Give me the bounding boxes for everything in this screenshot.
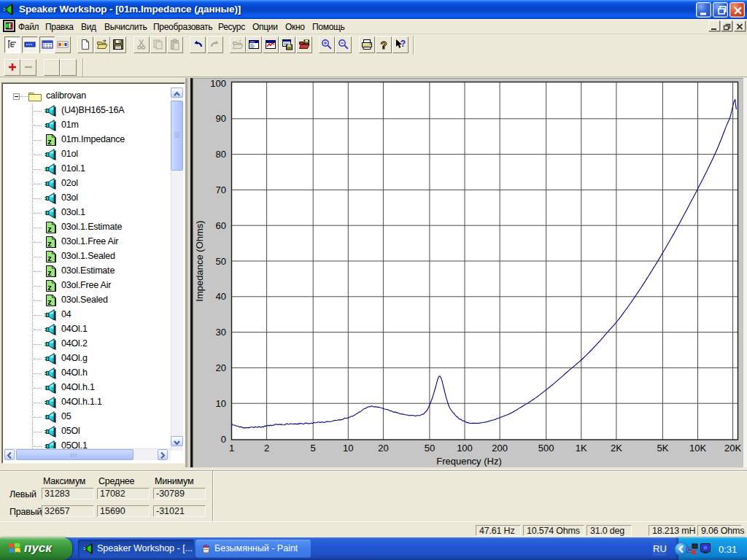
svg-text:100: 100 bbox=[210, 79, 226, 89]
svg-text:2: 2 bbox=[264, 443, 269, 454]
svg-text:500: 500 bbox=[538, 443, 554, 454]
svg-text:60: 60 bbox=[216, 220, 226, 231]
svg-text:90: 90 bbox=[216, 113, 226, 124]
svg-text:40: 40 bbox=[216, 291, 226, 302]
svg-text:70: 70 bbox=[216, 184, 226, 195]
svg-text:10K: 10K bbox=[689, 443, 706, 454]
svg-text:5K: 5K bbox=[657, 443, 668, 454]
svg-text:1: 1 bbox=[229, 443, 234, 454]
svg-text:50: 50 bbox=[425, 443, 435, 454]
svg-text:80: 80 bbox=[216, 149, 226, 160]
svg-text:Frequency (Hz): Frequency (Hz) bbox=[436, 456, 502, 467]
svg-text:5: 5 bbox=[311, 443, 316, 454]
svg-text:10: 10 bbox=[343, 443, 353, 454]
svg-text:10: 10 bbox=[216, 398, 226, 409]
svg-text:?: ? bbox=[380, 39, 387, 50]
svg-text:100: 100 bbox=[457, 443, 473, 454]
svg-text:30: 30 bbox=[216, 327, 226, 338]
svg-text:?: ? bbox=[400, 39, 405, 49]
svg-text:Impedance (Ohms): Impedance (Ohms) bbox=[194, 220, 205, 301]
svg-text:20: 20 bbox=[378, 443, 388, 454]
svg-text:200: 200 bbox=[492, 443, 508, 454]
svg-text:50: 50 bbox=[216, 256, 226, 267]
svg-text:0: 0 bbox=[221, 434, 226, 445]
svg-text:1K: 1K bbox=[576, 443, 587, 454]
svg-text:20K: 20K bbox=[724, 443, 741, 454]
svg-text:20: 20 bbox=[216, 362, 226, 373]
svg-text:2K: 2K bbox=[611, 443, 622, 454]
